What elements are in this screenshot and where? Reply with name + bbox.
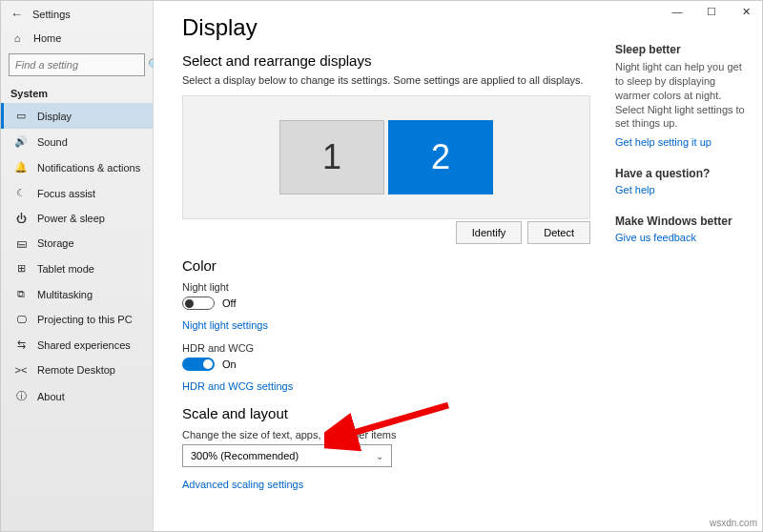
sidebar-item-label: Focus assist	[37, 188, 95, 199]
storage-icon: 🖴	[14, 237, 28, 249]
night-light-state: Off	[222, 297, 236, 309]
night-light-label: Night light	[182, 281, 590, 293]
sidebar-item-tablet-mode[interactable]: ⊞Tablet mode	[1, 256, 153, 281]
minimize-button[interactable]: —	[660, 0, 694, 23]
sidebar-item-label: Notifications & actions	[37, 162, 140, 174]
sidebar-item-label: Tablet mode	[37, 263, 94, 275]
feedback-link[interactable]: Give us feedback	[615, 232, 696, 243]
scale-select[interactable]: 300% (Recommended) ⌄	[182, 444, 392, 467]
close-button[interactable]: ✕	[729, 0, 763, 23]
rearrange-heading: Select and rearrange displays	[182, 52, 590, 69]
remote-desktop-icon: ><	[14, 364, 28, 376]
scale-value: 300% (Recommended)	[191, 450, 299, 461]
monitor-1[interactable]: 1	[279, 120, 384, 194]
chevron-down-icon: ⌄	[376, 451, 383, 461]
back-icon[interactable]: ←	[10, 7, 23, 21]
sidebar-heading: System	[1, 80, 153, 103]
sidebar-item-power-sleep[interactable]: ⏻Power & sleep	[1, 206, 153, 231]
sleep-better-text: Night light can help you get to sleep by…	[615, 60, 749, 131]
sidebar-item-projecting-to-this-pc[interactable]: 🖵Projecting to this PC	[1, 307, 153, 332]
sidebar: ← Settings ⌂ Home 🔍 System ▭Display🔊Soun…	[1, 1, 154, 531]
sidebar-item-multitasking[interactable]: ⧉Multitasking	[1, 281, 153, 307]
night-light-settings-link[interactable]: Night light settings	[182, 319, 268, 331]
hdr-settings-link[interactable]: HDR and WCG settings	[182, 380, 293, 392]
sidebar-item-storage[interactable]: 🖴Storage	[1, 231, 153, 256]
question-heading: Have a question?	[615, 167, 749, 180]
color-heading: Color	[182, 257, 590, 274]
sidebar-item-focus-assist[interactable]: ☾Focus assist	[1, 180, 153, 206]
night-light-toggle[interactable]: Off	[182, 297, 590, 310]
sidebar-item-label: Display	[37, 111, 72, 122]
search-input[interactable]: 🔍	[9, 53, 145, 76]
about-icon: ⓘ	[14, 389, 28, 403]
shared-experiences-icon: ⇆	[14, 338, 28, 351]
page-title: Display	[182, 14, 590, 41]
scale-desc: Change the size of text, apps, and other…	[182, 429, 590, 440]
sidebar-item-about[interactable]: ⓘAbout	[1, 382, 153, 410]
watermark: wsxdn.com	[710, 518, 757, 528]
sleep-better-link[interactable]: Get help setting it up	[615, 136, 711, 148]
sidebar-item-shared-experiences[interactable]: ⇆Shared experiences	[1, 332, 153, 358]
sound-icon: 🔊	[14, 135, 28, 148]
help-pane: Sleep better Night light can help you ge…	[609, 1, 762, 531]
scale-heading: Scale and layout	[182, 405, 590, 421]
sidebar-item-label: Multitasking	[37, 289, 93, 300]
projecting-to-this-pc-icon: 🖵	[14, 314, 28, 325]
get-help-link[interactable]: Get help	[615, 184, 655, 195]
sidebar-item-label: Shared experiences	[37, 339, 131, 351]
rearrange-desc: Select a display below to change its set…	[182, 74, 590, 86]
notifications-actions-icon: 🔔	[14, 161, 28, 174]
maximize-button[interactable]: ☐	[694, 0, 729, 23]
hdr-label: HDR and WCG	[182, 342, 590, 354]
sidebar-item-display[interactable]: ▭Display	[1, 103, 153, 129]
sidebar-item-label: Power & sleep	[37, 213, 105, 224]
sidebar-home[interactable]: ⌂ Home	[1, 27, 153, 50]
app-title: Settings	[32, 9, 71, 20]
home-label: Home	[33, 32, 61, 44]
tablet-mode-icon: ⊞	[14, 262, 28, 275]
sidebar-item-label: Sound	[37, 136, 68, 148]
power-sleep-icon: ⏻	[14, 213, 28, 224]
hdr-state: On	[222, 358, 237, 370]
search-field[interactable]	[15, 59, 148, 71]
sidebar-item-label: Remote Desktop	[37, 364, 115, 376]
home-icon: ⌂	[10, 32, 24, 44]
advanced-scaling-link[interactable]: Advanced scaling settings	[182, 479, 303, 490]
monitor-2[interactable]: 2	[388, 120, 493, 194]
hdr-toggle[interactable]: On	[182, 358, 590, 371]
display-icon: ▭	[14, 110, 28, 122]
sidebar-item-label: Projecting to this PC	[37, 314, 133, 325]
sidebar-item-notifications-actions[interactable]: 🔔Notifications & actions	[1, 154, 153, 180]
sleep-better-heading: Sleep better	[615, 43, 749, 56]
sidebar-item-label: Storage	[37, 237, 74, 249]
sidebar-item-remote-desktop[interactable]: ><Remote Desktop	[1, 358, 153, 382]
focus-assist-icon: ☾	[14, 187, 28, 199]
display-arrangement[interactable]: 1 2	[182, 95, 590, 219]
content-area: Display Select and rearrange displays Se…	[154, 1, 609, 531]
detect-button[interactable]: Detect	[527, 221, 590, 244]
identify-button[interactable]: Identify	[456, 221, 522, 244]
sidebar-item-sound[interactable]: 🔊Sound	[1, 129, 153, 154]
multitasking-icon: ⧉	[14, 288, 28, 300]
feedback-heading: Make Windows better	[615, 215, 749, 228]
sidebar-item-label: About	[37, 391, 65, 402]
